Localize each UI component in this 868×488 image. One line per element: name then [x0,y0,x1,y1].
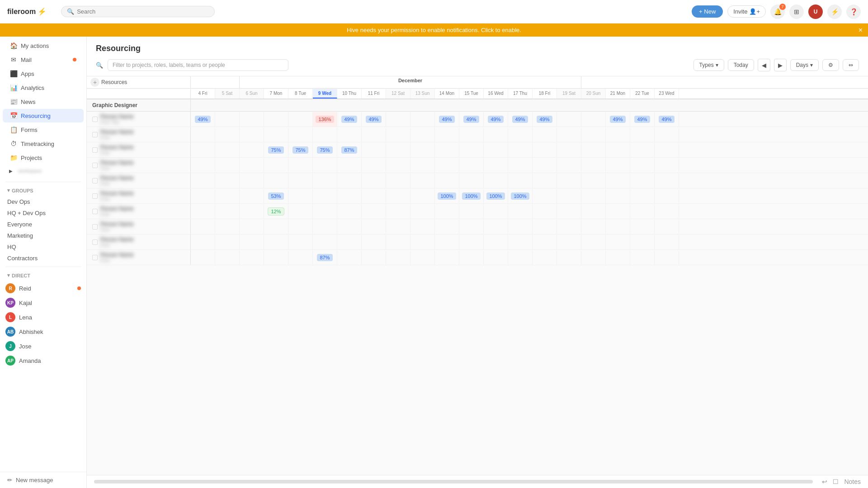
expand-icon-btn[interactable]: ⇔ [843,59,859,71]
table-row: Person Name Role [87,158,868,173]
next-button[interactable]: ▶ [774,59,787,71]
row-checkbox[interactable] [92,193,98,199]
cell-d6 [240,127,264,142]
sidebar-user-lena[interactable]: L Lena [0,310,86,324]
history-icon[interactable]: ↩ [822,478,827,485]
row-checkbox[interactable] [92,209,98,214]
sidebar-item-workspace[interactable]: ▶ workspace [3,165,84,177]
direct-header[interactable]: ▾ Direct [0,270,86,281]
row-cells: 49% 136% 49% 49% 49% 49% 49% 49% [191,112,868,127]
row-name: Person Name [100,236,133,243]
sidebar-label-apps: Apps [21,70,34,77]
cell-d8 [288,127,313,142]
types-button[interactable]: Types ▾ [693,59,724,71]
row-checkbox[interactable] [92,178,98,183]
notifications-icon[interactable]: 🔔 7 [770,5,785,19]
new-message-button[interactable]: ✏ New message [0,472,86,488]
sidebar-user-abhishek[interactable]: AB Abhishek [0,324,86,339]
pct-badge: 49% [634,116,650,123]
sidebar-item-timetracking[interactable]: ⏱ Timetracking [3,137,84,150]
timetracking-icon: ⏱ [10,140,17,147]
search-bar[interactable]: 🔍 [61,6,215,17]
add-row-button[interactable]: + [90,78,99,87]
sidebar-group-everyone[interactable]: Everyone [0,219,86,230]
cell-d19 [557,143,581,157]
cell-d15: 49% [459,112,484,127]
sidebar-user-kajal[interactable]: KP Kajal [0,296,86,310]
day-header-14: 14 Mon [435,89,459,99]
filter-placeholder: Filter to projects, roles, labels, teams… [113,62,225,68]
row-sub: Role Title [100,120,133,125]
sidebar-group-contractors[interactable]: Contractors [0,253,86,264]
cell-d14 [435,143,459,157]
grid-icon[interactable]: ⊞ [789,5,804,19]
resourcing-grid: + Resources December 4 Fri 5 Sat 6 Sun [87,76,868,265]
kajal-name: Kajal [19,300,32,306]
logo[interactable]: fileroom⚡ [7,7,47,16]
filter-input[interactable]: Filter to projects, roles, labels, teams… [108,59,288,71]
lightning-icon[interactable]: ⚡ [827,5,842,19]
notes-label[interactable]: Notes [844,478,861,485]
cell-d10: 49% [337,112,362,127]
banner-close[interactable]: × [859,26,863,34]
new-button[interactable]: + New [692,5,723,18]
sidebar-label-resourcing: Resourcing [21,113,51,119]
sidebar-group-hq-devops[interactable]: HQ + Dev Ops [0,207,86,219]
grid-area[interactable]: + Resources December 4 Fri 5 Sat 6 Sun [87,76,868,475]
divider-2 [5,267,81,267]
sidebar-item-apps[interactable]: ⬛ Apps [3,67,84,80]
search-input[interactable] [77,8,209,15]
row-checkbox[interactable] [92,239,98,245]
sidebar-item-projects[interactable]: 📁 Projects [3,151,84,164]
day-header-4: 4 Fri [191,89,215,99]
today-button[interactable]: Today [728,59,754,71]
prev-button[interactable]: ◀ [758,59,770,71]
sidebar-user-reid[interactable]: R Reid [0,281,86,296]
checkbox-icon[interactable]: ☐ [833,478,839,485]
day-header-9: 9 Wed [313,89,337,99]
row-name: Person Name [100,252,133,258]
cell-d23 [655,143,679,157]
groups-header[interactable]: ▾ Groups [0,185,86,196]
sidebar-item-resourcing[interactable]: 📅 Resourcing [3,109,84,122]
row-checkbox[interactable] [92,163,98,168]
row-sub: Role [100,243,133,248]
cell-d9 [313,127,337,142]
pct-badge: 100% [462,192,480,200]
invite-button[interactable]: Invite 👤+ [727,5,766,18]
settings-icon-btn[interactable]: ⚙ [822,59,839,71]
row-checkbox[interactable] [92,147,98,153]
row-name: Person Name [100,144,133,150]
pct-badge: 49% [341,116,357,123]
cell-d5 [215,112,240,127]
sidebar-item-my-actions[interactable]: 🏠 My actions [3,39,84,52]
sidebar-item-analytics[interactable]: 📊 Analytics [3,81,84,94]
horizontal-scrollbar[interactable] [94,480,813,483]
sidebar-group-hq[interactable]: HQ [0,241,86,253]
pct-badge-12: 12% [268,207,284,216]
reid-badge [77,286,81,290]
row-label: Person Name Role [87,127,191,142]
sidebar-item-news[interactable]: 📰 News [3,95,84,108]
cell-d18 [533,127,557,142]
days-button[interactable]: Days ▾ [790,59,819,71]
sidebar-group-devops[interactable]: Dev Ops [0,196,86,207]
row-cells [191,235,868,249]
lena-name: Lena [19,314,32,321]
workspace-icon: ▶ [7,169,14,174]
row-checkbox[interactable] [92,117,98,122]
sidebar-item-forms[interactable]: 📋 Forms [3,123,84,136]
row-label: Person Name Role [87,188,191,203]
sidebar-item-mail[interactable]: ✉ Mail [3,53,84,66]
sidebar-group-marketing[interactable]: Marketing [0,230,86,241]
row-checkbox[interactable] [92,255,98,260]
row-checkbox[interactable] [92,132,98,137]
sidebar-user-amanda[interactable]: AP Amanda [0,353,86,368]
row-checkbox[interactable] [92,224,98,230]
help-icon[interactable]: ❓ [846,5,861,19]
day-header-17: 17 Thu [508,89,533,99]
sidebar-user-jose[interactable]: J Jose [0,339,86,353]
news-icon: 📰 [10,98,17,105]
projects-icon: 📁 [10,154,17,161]
user-avatar[interactable]: U [808,5,823,19]
